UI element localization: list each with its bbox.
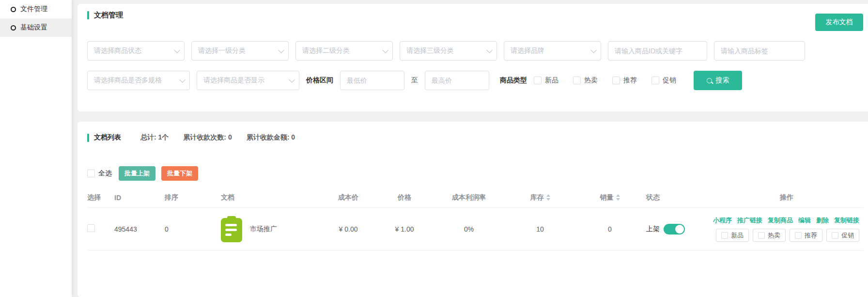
card-header: 文档管理 发布文档 — [87, 11, 863, 31]
sidebar-item-label: 文件管理 — [20, 5, 47, 14]
type-checkbox-new[interactable]: 新品 — [534, 76, 558, 85]
checkbox-icon[interactable] — [612, 77, 620, 84]
select-product-status[interactable]: 请选择商品状态 — [87, 41, 185, 61]
doc-name: 市场推广 — [250, 225, 277, 234]
tag-checkbox-hot[interactable]: 热卖 — [753, 229, 786, 242]
col-header-ops: 操作 — [713, 193, 863, 202]
max-price-input[interactable] — [425, 71, 489, 90]
title-wrap: 文档管理 — [87, 11, 123, 20]
select-placeholder: 请选择三级分类 — [406, 47, 454, 55]
select-placeholder: 请选择一级分类 — [198, 47, 246, 55]
status-toggle[interactable] — [664, 224, 685, 234]
batch-actions-row: 全选 批量上架 批量下架 — [87, 166, 863, 181]
row-select-cell — [87, 224, 114, 234]
publish-doc-button[interactable]: 发布文档 — [815, 14, 863, 31]
select-multi-spec[interactable]: 请选择商品是否多规格 — [87, 71, 190, 90]
select-placeholder: 请选择品牌 — [511, 47, 544, 55]
select-placeholder: 请选择商品是否显示 — [203, 76, 264, 85]
sidebar-item-basic-settings[interactable]: 基础设置 — [0, 18, 72, 37]
circle-icon — [11, 25, 16, 31]
search-icon — [707, 78, 712, 83]
filter-row-1: 请选择商品状态 请选择一级分类 请选择二级分类 请选择三级分类 请选择品牌 — [87, 41, 863, 61]
tag-label: 推荐 — [805, 231, 817, 240]
copy-url-link[interactable]: 复制链接 — [834, 216, 859, 225]
chevron-down-icon — [486, 47, 493, 53]
min-price-input[interactable] — [340, 71, 404, 90]
select-category-level2[interactable]: 请选择二级分类 — [295, 41, 393, 61]
batch-off-shelf-button[interactable]: 批量下架 — [161, 166, 198, 181]
checkbox-label: 新品 — [545, 76, 558, 85]
checkbox-icon[interactable] — [721, 232, 728, 239]
checkbox-icon[interactable] — [87, 170, 95, 177]
product-tag-input[interactable] — [714, 41, 805, 61]
chevron-down-icon — [289, 77, 295, 83]
type-checkbox-hot[interactable]: 热卖 — [573, 76, 598, 85]
tag-label: 热卖 — [768, 231, 780, 240]
checkbox-icon[interactable] — [832, 232, 838, 239]
list-header: 文档列表 总计: 1个 累计收款次数: 0 累计收款金额: 0 — [87, 133, 863, 142]
chevron-down-icon — [590, 47, 597, 53]
select-visibility[interactable]: 请选择商品是否显示 — [197, 71, 299, 90]
edit-link[interactable]: 编辑 — [798, 216, 811, 225]
list-title: 文档列表 — [94, 133, 121, 142]
tag-checkbox-recommend[interactable]: 推荐 — [790, 229, 822, 242]
accent-bar — [87, 11, 89, 19]
product-id-keyword-input[interactable] — [608, 41, 707, 61]
checkbox-icon[interactable] — [758, 232, 765, 239]
checkbox-label: 热卖 — [584, 76, 598, 85]
row-id: 495443 — [114, 225, 165, 233]
promo-link[interactable]: 推广链接 — [737, 216, 762, 225]
row-doc-cell: 市场推广 — [221, 216, 322, 242]
search-button[interactable]: 搜索 — [694, 71, 742, 90]
select-category-level1[interactable]: 请选择一级分类 — [191, 41, 289, 61]
checkbox-icon[interactable] — [573, 77, 581, 84]
sort-control[interactable] — [616, 194, 620, 201]
filter-row-2: 请选择商品是否多规格 请选择商品是否显示 价格区间 至 商品类型 新品 热卖 — [87, 71, 863, 90]
checkbox-label: 推荐 — [623, 76, 637, 85]
sidebar-item-file-management[interactable]: 文件管理 — [0, 0, 72, 18]
tag-checkbox-new[interactable]: 新品 — [716, 229, 749, 242]
col-header-price: 价格 — [378, 193, 434, 202]
mini-program-link[interactable]: 小程序 — [713, 216, 732, 225]
action-links: 小程序 推广链接 复制商品 编辑 删除 复制链接 — [713, 216, 859, 225]
type-checkbox-promo[interactable]: 促销 — [651, 76, 676, 85]
sort-asc-icon[interactable] — [616, 194, 620, 197]
document-manage-card: 文档管理 发布文档 请选择商品状态 请选择一级分类 请选择二级分类 请选择三级分… — [78, 4, 868, 111]
row-cost-price: ¥ 0.00 — [322, 225, 378, 233]
row-stock: 10 — [507, 225, 576, 233]
col-header-cost: 成本价 — [322, 193, 378, 202]
stat-pay-amount: 累计收款金额: 0 — [247, 133, 295, 142]
checkbox-icon[interactable] — [651, 77, 659, 84]
row-ops-cell: 小程序 推广链接 复制商品 编辑 删除 复制链接 新品 — [713, 216, 863, 242]
sort-desc-icon[interactable] — [616, 198, 620, 201]
sort-control[interactable] — [546, 194, 550, 201]
search-button-label: 搜索 — [716, 76, 729, 85]
select-placeholder: 请选择商品是否多规格 — [94, 76, 162, 85]
price-to-label: 至 — [411, 76, 418, 85]
type-checkbox-recommend[interactable]: 推荐 — [612, 76, 637, 85]
row-sales: 0 — [576, 225, 646, 233]
price-range-label: 价格区间 — [306, 76, 333, 85]
checkbox-icon[interactable] — [795, 232, 802, 239]
list-stats: 总计: 1个 累计收款次数: 0 累计收款金额: 0 — [140, 133, 295, 142]
select-placeholder: 请选择二级分类 — [302, 47, 350, 55]
delete-link[interactable]: 删除 — [816, 216, 829, 225]
table-header-row: 选择 ID 排序 文档 成本价 价格 成本利润率 库存 — [87, 188, 863, 208]
row-checkbox[interactable] — [87, 224, 95, 232]
product-type-label: 商品类型 — [500, 76, 527, 85]
select-brand[interactable]: 请选择品牌 — [504, 41, 601, 61]
col-header-doc: 文档 — [221, 193, 322, 202]
select-category-level3[interactable]: 请选择三级分类 — [400, 41, 497, 61]
batch-on-shelf-button[interactable]: 批量上架 — [119, 166, 155, 181]
tag-checkbox-promo[interactable]: 促销 — [826, 229, 859, 242]
col-header-sales: 销量 — [576, 193, 646, 202]
sort-asc-icon[interactable] — [546, 194, 550, 197]
document-table: 选择 ID 排序 文档 成本价 价格 成本利润率 库存 — [87, 188, 863, 250]
checkbox-icon[interactable] — [534, 77, 542, 84]
sort-desc-icon[interactable] — [546, 198, 550, 201]
select-all-checkbox[interactable]: 全选 — [87, 169, 112, 178]
clipboard-list-icon — [221, 218, 242, 242]
col-header-id: ID — [114, 194, 165, 202]
row-status-cell: 上架 — [646, 224, 713, 234]
copy-product-link[interactable]: 复制商品 — [768, 216, 793, 225]
